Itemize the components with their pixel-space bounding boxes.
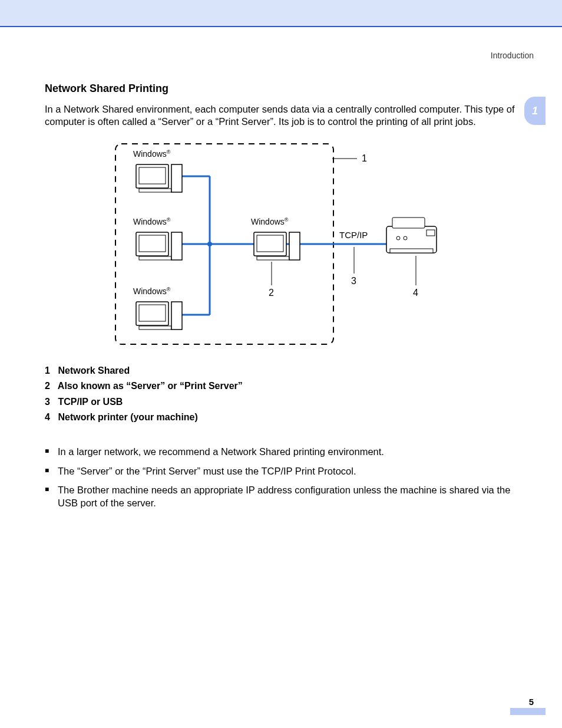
legend-item: 1 Network Shared [45, 363, 516, 378]
protocol-label: TCP/IP [339, 230, 368, 240]
list-item: The “Server” or the “Print Server” must … [45, 465, 516, 477]
svg-rect-14 [257, 256, 289, 260]
svg-rect-10 [139, 326, 171, 330]
svg-rect-1 [139, 167, 166, 184]
network-diagram: Windows® Windows® Windows® [104, 138, 457, 353]
svg-rect-9 [139, 305, 166, 321]
svg-rect-15 [289, 232, 300, 260]
client-pc-3: Windows® [133, 286, 182, 330]
svg-rect-2 [139, 189, 171, 192]
page-number: 5 [529, 697, 534, 707]
list-item: In a larger network, we recommend a Netw… [45, 445, 516, 458]
section-label: Introduction [491, 51, 534, 60]
svg-rect-19 [390, 249, 433, 253]
svg-rect-17 [392, 218, 425, 228]
content: Network Shared Printing In a Network Sha… [45, 83, 516, 516]
diagram-svg: Windows® Windows® Windows® [104, 138, 457, 350]
svg-rect-3 [171, 164, 182, 192]
client2-label: Windows® [133, 217, 171, 226]
list-item: The Brother machine needs an appropriate… [45, 483, 516, 510]
svg-rect-18 [427, 230, 435, 236]
diagram-legend: 1 Network Shared 2 Also known as “Server… [45, 363, 516, 426]
client1-label: Windows® [133, 149, 171, 159]
legend-item: 2 Also known as “Server” or “Print Serve… [45, 378, 516, 394]
subheading: Network Shared Printing [45, 83, 516, 95]
svg-rect-5 [139, 235, 166, 252]
svg-rect-6 [139, 256, 171, 260]
server-pc: Windows® [251, 217, 300, 260]
client-pc-1: Windows® [133, 149, 182, 192]
callout-3: 3 [351, 276, 356, 286]
server-label: Windows® [251, 217, 289, 226]
svg-rect-13 [257, 235, 283, 252]
client-pc-2: Windows® [133, 217, 182, 260]
client3-label: Windows® [133, 286, 171, 296]
page-number-bar [510, 708, 546, 715]
legend-item: 4 Network printer (your machine) [45, 410, 516, 425]
printer-icon [386, 218, 437, 253]
notes-list: In a larger network, we recommend a Netw… [45, 445, 516, 509]
callout-4: 4 [413, 288, 418, 298]
svg-rect-7 [171, 232, 182, 260]
chapter-tab: 1 [524, 97, 546, 125]
callout-2: 2 [269, 288, 274, 298]
top-band [0, 0, 562, 26]
legend-item: 3 TCP/IP or USB [45, 394, 516, 410]
svg-rect-11 [171, 302, 182, 330]
page-body: Introduction 1 Network Shared Printing I… [0, 27, 562, 728]
intro-paragraph: In a Network Shared environment, each co… [45, 103, 516, 129]
callout-1: 1 [362, 153, 367, 163]
